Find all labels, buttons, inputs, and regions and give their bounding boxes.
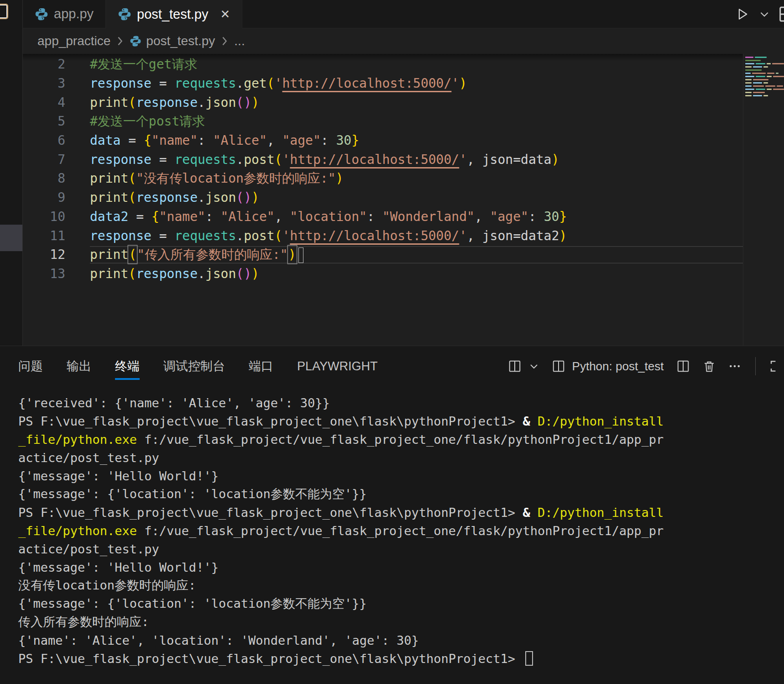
line-number: 11 xyxy=(23,228,90,243)
breadcrumb-item-folder[interactable]: app_practice xyxy=(37,34,110,48)
minimap-line xyxy=(745,69,784,71)
terminal-cursor xyxy=(525,651,533,666)
tab-post-test-py[interactable]: post_test.py ✕ xyxy=(106,0,242,28)
code-text: data2 = {"name": "Alice", "location": "W… xyxy=(90,209,743,224)
minimap[interactable] xyxy=(743,54,784,346)
divider xyxy=(755,357,756,375)
tab-label: post_test.py xyxy=(137,7,208,22)
code-text: response = requests.post('http://localho… xyxy=(90,228,743,243)
minimap-line xyxy=(745,79,784,80)
terminal-line: {'received': {'name': 'Alice', 'age': 30… xyxy=(18,394,784,412)
tab-label: app.py xyxy=(54,6,94,21)
tab-app-py[interactable]: app.py xyxy=(23,0,106,28)
terminal-line: {'message': 'Hello World!'} xyxy=(18,558,784,576)
code-text: response = requests.post('http://localho… xyxy=(90,152,743,167)
terminal-entry-label: Python: post_test xyxy=(572,359,664,374)
code-line[interactable]: 5#发送一个post请求 xyxy=(23,112,743,131)
code-line[interactable]: 10data2 = {"name": "Alice", "location": … xyxy=(23,207,743,226)
code-text: print("没有传location参数时的响应:") xyxy=(90,170,743,187)
run-options-chevron-icon[interactable] xyxy=(758,8,770,20)
split-terminal-icon[interactable] xyxy=(676,359,690,373)
code-editor[interactable]: 2#发送一个get请求3response = requests.get('htt… xyxy=(23,54,743,346)
terminal-list-entry[interactable]: Python: post_test xyxy=(551,359,664,374)
code-line[interactable]: 7response = requests.post('http://localh… xyxy=(23,150,743,169)
split-editor-icon[interactable] xyxy=(779,5,784,23)
minimap-line xyxy=(745,95,784,96)
terminal-line: _file/python.exe f:/vue_flask_project/vu… xyxy=(18,430,784,448)
breadcrumb: app_practice post_test.py xyxy=(23,28,784,54)
code-line[interactable]: 11response = requests.post('http://local… xyxy=(23,226,743,245)
run-python-file-button[interactable] xyxy=(735,6,750,22)
minimap-line xyxy=(745,60,784,61)
code-line[interactable]: 4print(response.json()) xyxy=(23,93,743,112)
panel-header: 问题输出终端调试控制台端口PLAYWRIGHT Pytho xyxy=(0,346,784,386)
line-number: 5 xyxy=(23,114,90,129)
terminal-line: PS F:\vue_flask_project\vue_flask_projec… xyxy=(18,503,784,521)
python-file-icon xyxy=(130,35,141,47)
code-text: print("传入所有参数时的响应:") xyxy=(90,246,743,263)
terminal-line: actice/post_test.py xyxy=(18,540,784,558)
panel-tab-问题[interactable]: 问题 xyxy=(18,352,43,381)
kill-terminal-trash-icon[interactable] xyxy=(702,359,716,373)
code-text: #发送一个post请求 xyxy=(90,113,743,130)
terminal-profile-chevron-icon[interactable] xyxy=(528,361,539,372)
code-line[interactable]: 8print("没有传location参数时的响应:") xyxy=(23,169,743,188)
code-text: print(response.json()) xyxy=(90,266,743,281)
line-number: 12 xyxy=(23,247,90,262)
line-number: 8 xyxy=(23,171,90,186)
close-tab-icon[interactable]: ✕ xyxy=(220,7,230,21)
panel-tab-PLAYWRIGHT[interactable]: PLAYWRIGHT xyxy=(297,353,378,380)
terminal-line: PS F:\vue_flask_project\vue_flask_projec… xyxy=(18,649,784,668)
code-line[interactable]: 12print("传入所有参数时的响应:") xyxy=(23,245,743,264)
minimap-line xyxy=(745,73,784,74)
terminal-split-icon xyxy=(551,359,566,373)
minimap-line xyxy=(745,92,784,93)
code-text: #发送一个get请求 xyxy=(90,56,743,73)
code-text: data = {"name": "Alice", "age": 30} xyxy=(90,133,743,148)
code-line[interactable]: 3response = requests.get('http://localho… xyxy=(23,74,743,93)
minimap-line xyxy=(745,63,784,64)
minimap-line xyxy=(745,57,784,58)
code-line[interactable]: 6data = {"name": "Alice", "age": 30} xyxy=(23,131,743,150)
new-terminal-icon[interactable] xyxy=(507,359,522,373)
code-line[interactable]: 9print(response.json()) xyxy=(23,188,743,207)
line-number: 9 xyxy=(23,190,90,205)
line-number: 3 xyxy=(23,76,90,91)
code-text: print(response.json()) xyxy=(90,190,743,205)
panel-tab-调试控制台[interactable]: 调试控制台 xyxy=(163,352,225,381)
line-number: 13 xyxy=(23,266,90,281)
line-number: 7 xyxy=(23,152,90,167)
line-number: 2 xyxy=(23,57,90,72)
editor-tab-bar: app.py post_test.py ✕ xyxy=(23,0,784,28)
panel-tab-bar: 问题输出终端调试控制台端口PLAYWRIGHT xyxy=(18,352,378,381)
explorer-partial-icon[interactable] xyxy=(0,4,8,19)
code-text: print(response.json()) xyxy=(90,95,743,110)
minimap-line xyxy=(745,76,784,77)
terminal-line: {'message': {'location': 'location参数不能为空… xyxy=(18,595,784,613)
line-number: 4 xyxy=(23,95,90,110)
terminal-line: {'message': {'location': 'location参数不能为空… xyxy=(18,485,784,503)
bottom-panel: 问题输出终端调试控制台端口PLAYWRIGHT Pytho xyxy=(0,346,784,684)
terminal-line: PS F:\vue_flask_project\vue_flask_projec… xyxy=(18,412,784,430)
terminal-line: {'name': 'Alice', 'location': 'Wonderlan… xyxy=(18,631,784,649)
breadcrumb-item-symbol[interactable]: ... xyxy=(234,34,245,48)
panel-tab-终端[interactable]: 终端 xyxy=(115,352,140,381)
maximize-panel-icon[interactable] xyxy=(769,359,784,374)
panel-tab-输出[interactable]: 输出 xyxy=(67,352,91,381)
terminal-line: actice/post_test.py xyxy=(18,448,784,467)
vscode-window: app.py post_test.py ✕ xyxy=(0,0,784,684)
chevron-right-icon xyxy=(115,36,125,47)
code-line[interactable]: 2#发送一个get请求 xyxy=(23,55,743,74)
terminal-output[interactable]: {'received': {'name': 'Alice', 'age': 30… xyxy=(0,386,784,684)
terminal-line: 传入所有参数时的响应: xyxy=(18,613,784,631)
code-text: response = requests.get('http://localhos… xyxy=(90,76,743,91)
minimap-line xyxy=(745,85,784,87)
sidebar-drag-handle[interactable] xyxy=(0,225,22,251)
more-actions-icon[interactable] xyxy=(728,359,742,373)
python-file-icon xyxy=(35,7,48,21)
terminal-line: _file/python.exe f:/vue_flask_project/vu… xyxy=(18,521,784,540)
breadcrumb-item-file[interactable]: post_test.py xyxy=(130,34,215,48)
code-line[interactable]: 13print(response.json()) xyxy=(23,264,743,284)
panel-tab-端口[interactable]: 端口 xyxy=(249,352,273,381)
chevron-right-icon xyxy=(220,36,230,47)
